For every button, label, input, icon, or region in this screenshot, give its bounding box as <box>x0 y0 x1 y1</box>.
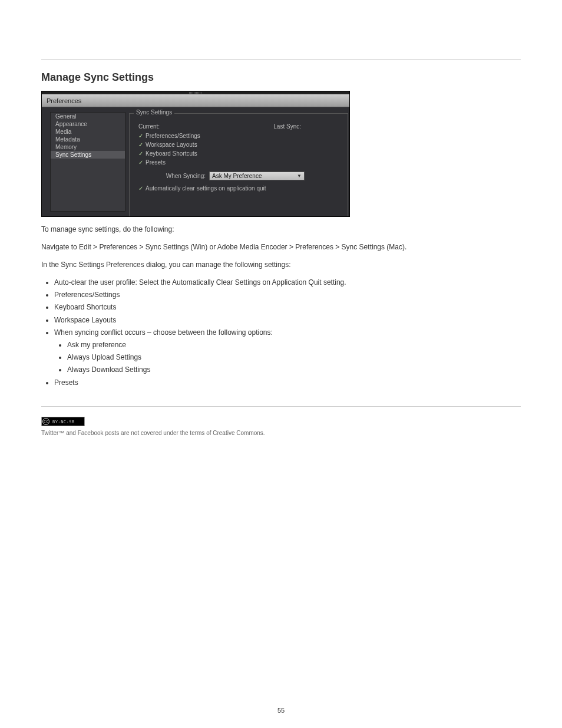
list-item: Always Download Settings <box>67 364 521 375</box>
page-number: 55 <box>0 707 562 714</box>
dialog-titlebar: Preferences <box>42 94 349 107</box>
sidebar-item-memory[interactable]: Memory <box>51 143 125 151</box>
cc-caption: Twitter™ and Facebook posts are not cove… <box>41 430 521 436</box>
checkbox-preferences-settings[interactable]: ✓Preferences/Settings <box>138 133 200 139</box>
checkbox-keyboard-shortcuts[interactable]: ✓Keyboard Shortcuts <box>138 150 197 157</box>
heading-manage-sync: Manage Sync Settings <box>41 71 521 84</box>
cc-icon: cc <box>42 418 49 425</box>
last-sync-label: Last Sync: <box>273 123 301 130</box>
preferences-screenshot: Preferences General Appearance Media Met… <box>41 91 350 217</box>
list-item: Ask my preference <box>67 340 521 351</box>
checkbox-auto-clear[interactable]: ✓Automatically clear settings on applica… <box>138 185 266 192</box>
dialog-title: Preferences <box>47 97 81 104</box>
list-item: Auto-clear the user profile: Select the … <box>54 277 521 288</box>
checkbox-presets[interactable]: ✓Presets <box>138 159 166 166</box>
list-item: Preferences/Settings <box>54 289 521 301</box>
sidebar-item-appearance[interactable]: Appearance <box>51 120 125 128</box>
sidebar-item-general[interactable]: General <box>51 113 125 120</box>
list-item: Keyboard Shortcuts <box>54 302 521 313</box>
list-item: Presets <box>54 377 521 388</box>
when-syncing-dropdown[interactable]: Ask My Preference ▼ <box>209 172 305 180</box>
sidebar-item-media[interactable]: Media <box>51 128 125 136</box>
list-step: Navigate to Edit > Preferences > Sync Se… <box>41 242 521 252</box>
check-icon: ✓ <box>138 141 143 148</box>
list-item: When syncing conflict occurs – choose be… <box>54 327 521 376</box>
check-icon: ✓ <box>138 150 143 157</box>
preferences-sidebar: General Appearance Media Metadata Memory… <box>50 112 125 212</box>
check-icon: ✓ <box>138 133 143 139</box>
list-item: Always Upload Settings <box>67 352 521 363</box>
para-options: In the Sync Settings Preferences dialog,… <box>41 259 521 270</box>
para-manage: To manage sync settings, do the followin… <box>41 224 521 235</box>
chevron-down-icon: ▼ <box>297 173 302 179</box>
list-item: Workspace Layouts <box>54 315 521 326</box>
dropdown-value: Ask My Preference <box>212 173 262 179</box>
checkbox-workspace-layouts[interactable]: ✓Workspace Layouts <box>138 141 197 148</box>
sidebar-item-metadata[interactable]: Metadata <box>51 136 125 143</box>
when-syncing-label: When Syncing: <box>138 173 209 179</box>
cc-license-badge: cc BY-NC-SR <box>41 417 85 426</box>
check-icon: ✓ <box>138 159 143 166</box>
check-icon: ✓ <box>138 185 143 192</box>
current-label: Current: <box>138 123 160 130</box>
options-list: Auto-clear the user profile: Select the … <box>54 277 521 388</box>
sidebar-item-sync-settings[interactable]: Sync Settings <box>51 151 125 159</box>
